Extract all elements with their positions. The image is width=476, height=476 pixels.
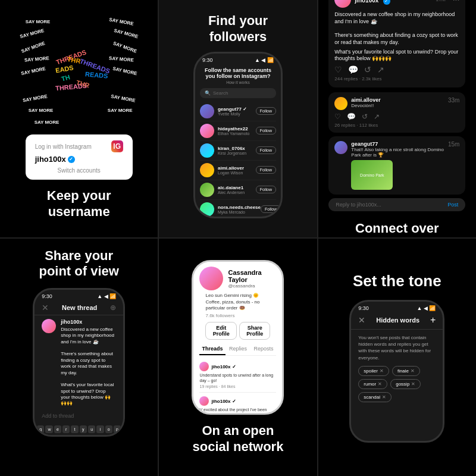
compose-area: jiho100x Discovered a new coffee shop in… [35, 319, 123, 407]
follow-info-1: geangut77 ✓ Yvette Molly [218, 107, 256, 116]
repost-icon[interactable]: ↺ [364, 65, 371, 74]
cell-set-tone: Set the tone 9:30 ▲ ◀ 📶 ✕ Hidden words +… [318, 239, 476, 476]
follow-btn-4[interactable]: Follow [256, 166, 276, 174]
tag-gossip-remove[interactable]: ✕ [411, 381, 415, 387]
composer-text: Discovered a new coffee shop in my neigh… [61, 327, 116, 407]
tag-spoiler-remove[interactable]: ✕ [380, 368, 384, 374]
say-more-9: SAY MORE [35, 120, 60, 125]
say-more-7: SAY MORE [29, 108, 54, 113]
tone-add-icon[interactable]: + [430, 315, 436, 325]
compose-options-icon[interactable]: ⊕ [110, 303, 116, 312]
reply-2-avatar [334, 141, 347, 154]
say-more-11: SAY MORE [112, 40, 137, 54]
reply-1-stats: 26 replies · 112 likes [334, 123, 459, 128]
follow-btn-1[interactable]: Follow [256, 107, 276, 115]
key-q[interactable]: q [37, 425, 44, 433]
follow-sub: How it works [200, 80, 276, 84]
pp-text-2: V excited about the project I've been wo… [199, 407, 276, 415]
cell-share-pov: Share your point of view 9:30 ▲ ◀ 📶 ✕ Ne… [0, 239, 158, 476]
key-u[interactable]: u [88, 425, 95, 433]
follow-item-6: nora.needs.cheese Myka Mercado Follow [200, 200, 276, 218]
switch-accounts[interactable]: Switch accounts [35, 167, 123, 174]
cell1-title: Keep your username [47, 188, 111, 220]
profile-name: Cassandra Taylor [228, 269, 276, 283]
follow-avatar-3 [200, 143, 214, 158]
profile-buttons: Edit Profile Share Profile [199, 322, 276, 343]
compose-close-icon[interactable]: ✕ [42, 303, 49, 312]
tone-tags-container: spoiler ✕ finale ✕ rumor ✕ gossip ✕ scan… [351, 366, 443, 402]
tag-finale[interactable]: finale ✕ [392, 366, 420, 376]
main-post-time: 27m [436, 0, 446, 2]
main-post-user-info: jiho100x ✓ [355, 0, 433, 5]
reply-1-heart-icon[interactable]: ♡ [334, 112, 341, 121]
verified-badge: ✓ [68, 156, 75, 163]
follow-info-6: nora.needs.cheese Myka Mercado [218, 205, 261, 214]
swirl-bg: SAY MORE SAY MORE SAY MORE SAY MORE SAY … [0, 0, 158, 154]
follow-btn-3[interactable]: Follow [256, 146, 276, 154]
key-r[interactable]: r [62, 425, 70, 433]
tone-status-bar: 9:30 ▲ ◀ 📶 [351, 302, 443, 312]
follow-btn-2[interactable]: Follow [256, 127, 276, 134]
edit-profile-btn[interactable]: Edit Profile [205, 322, 237, 340]
profile-bio: Leo sun Gemini rising 🌞Coffee, pizza, do… [199, 293, 276, 311]
key-p[interactable]: p [114, 425, 121, 433]
threads-logo-center: THREADS THR EADS THREADS TH READS THREAD… [55, 54, 103, 101]
tag-rumor[interactable]: rumor ✕ [358, 379, 387, 389]
tone-description: You won't see posts that contain hidden … [351, 330, 443, 366]
reply-post-btn[interactable]: Post [447, 202, 458, 208]
key-t[interactable]: t [71, 425, 78, 433]
follow-btn-5[interactable]: Follow [256, 186, 276, 193]
followers-phone: 9:30 ▲ ◀ 📶 Follow the same accounts you … [193, 52, 283, 218]
pp-stats-1: 19 replies · 84 likes [199, 384, 276, 389]
chat-mockup: jiho100x ✓ 27m ··· Discovered a new coff… [328, 0, 465, 211]
tab-replies[interactable]: Replies [226, 343, 251, 355]
pp-name-2: jiho100x ✓ [211, 399, 236, 404]
main-post-actions: ♡ 💬 ↺ ↗ [334, 65, 459, 74]
thread-t5: TH [60, 73, 70, 82]
follow-btn-6[interactable]: Follow [261, 205, 281, 213]
profile-header: Cassandra Taylor @cassandra Leo sun Gemi… [193, 262, 282, 358]
follow-avatar-2 [200, 124, 214, 138]
reply-2-card: geangut77 That!! Also taking a nice stro… [328, 136, 465, 195]
search-bar[interactable]: 🔍 Search [200, 88, 276, 98]
tone-close-icon[interactable]: ✕ [358, 315, 365, 325]
heart-icon[interactable]: ♡ [334, 65, 342, 74]
profile-posts: jiho100x ✓ Understand spots to unwind af… [193, 358, 282, 415]
cell-connect-conversation: jiho100x ✓ 27m ··· Discovered a new coff… [318, 0, 476, 237]
key-y[interactable]: y [80, 425, 87, 433]
swirl-ring: SAY MORE SAY MORE SAY MORE SAY MORE SAY … [20, 18, 139, 137]
follow-item-2: hidayathex22 Ethan Yamamoto Follow [200, 121, 276, 141]
follow-item-5: alc.daiane1 Alec Andersen Follow [200, 180, 276, 200]
follow-info-2: hidayathex22 Ethan Yamamoto [218, 126, 256, 136]
login-card[interactable]: Log in with Instagram IG jiho100x ✓ Swit… [26, 134, 133, 180]
reply-1-actions: ♡ 💬 ↺ ↗ [334, 112, 459, 121]
tone-phone: 9:30 ▲ ◀ 📶 ✕ Hidden words + You won't se… [349, 300, 444, 443]
reply-1-repost-icon[interactable]: ↺ [362, 112, 368, 121]
reply-1-share-icon[interactable]: ↗ [374, 112, 380, 121]
main-post-prompt: What's your favorite local spot to unwin… [334, 49, 459, 62]
profile-post-2: jiho100x ✓ V excited about the project I… [199, 396, 276, 415]
tag-spoiler[interactable]: spoiler ✕ [358, 366, 389, 376]
tag-gossip[interactable]: gossip ✕ [390, 379, 421, 389]
reply-1-comment-icon[interactable]: 💬 [347, 112, 356, 121]
tag-scandal-remove[interactable]: ✕ [382, 394, 386, 400]
tab-threads[interactable]: Threads [199, 343, 225, 355]
tag-rumor-remove[interactable]: ✕ [378, 381, 382, 387]
tone-header-bar: ✕ Hidden words + [351, 312, 443, 330]
tab-reposts[interactable]: Reposts [251, 343, 277, 355]
key-e[interactable]: e [54, 425, 61, 433]
key-o[interactable]: o [105, 425, 112, 433]
key-i[interactable]: i [96, 425, 104, 433]
say-more-3: SAY MORE [19, 27, 45, 39]
share-profile-btn[interactable]: Share Profile [239, 322, 271, 340]
add-thread-label[interactable]: Add to thread [35, 409, 123, 422]
tag-finale-remove[interactable]: ✕ [411, 368, 415, 374]
reply-1-row: aimi.allover Devoción!! 33m [334, 97, 459, 110]
say-more-10: SAY MORE [20, 40, 45, 54]
key-w[interactable]: w [45, 425, 52, 433]
reply-input[interactable]: Reply to jiho100x... Post [328, 198, 465, 211]
reply-1-content: aimi.allover Devoción!! [351, 97, 444, 108]
share-icon[interactable]: ↗ [377, 65, 384, 74]
comment-icon[interactable]: 💬 [348, 65, 358, 74]
tag-scandal[interactable]: scandal ✕ [358, 392, 392, 402]
